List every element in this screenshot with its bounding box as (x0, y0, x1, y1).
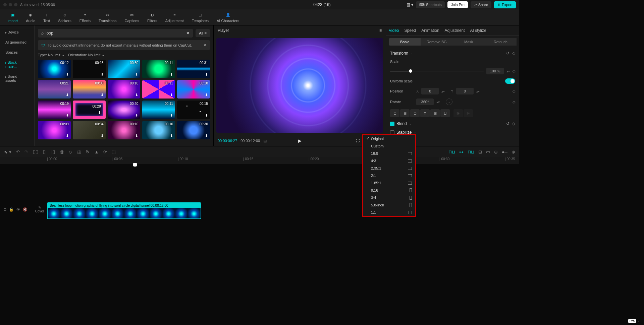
pointer-tool[interactable]: ⬉ ▾ (4, 149, 11, 154)
align-top[interactable]: ⊓ (420, 109, 430, 117)
rotate-dial-icon[interactable]: • (446, 99, 452, 105)
media-thumb[interactable]: 00:30⬇ (177, 121, 210, 139)
zoom-in-tool[interactable]: ⊕ (512, 149, 515, 154)
ratio-option[interactable]: 4:3 (363, 157, 415, 165)
ratio-option[interactable]: 16:9 (363, 150, 415, 157)
download-icon[interactable]: ⬇ (66, 113, 69, 118)
sidebar-device[interactable]: Device (2, 27, 32, 37)
subtab-basic[interactable]: Basic (389, 38, 421, 46)
subtitle-tool[interactable]: ▭ (486, 149, 490, 154)
rotate-tool[interactable]: ⟳ (103, 149, 107, 154)
clear-search-icon[interactable]: ✕ (186, 31, 190, 36)
ratio-option[interactable]: 3:4 (363, 194, 415, 201)
media-thumb[interactable]: 00:10⬇ (108, 121, 141, 139)
preview-tool[interactable]: ⊟ (478, 149, 482, 154)
maximize-window[interactable] (14, 3, 17, 6)
download-icon[interactable]: ⬇ (101, 134, 104, 138)
ratio-option[interactable]: 2.35:1 (363, 165, 415, 172)
keyframe-icon[interactable]: ◇ (513, 100, 515, 104)
keyframe-icon[interactable]: ◇ (512, 121, 515, 126)
search-input[interactable] (46, 31, 184, 36)
redo-button[interactable]: ↷ (24, 149, 28, 154)
media-thumb[interactable]: 00:09⬇ (38, 121, 71, 139)
share-button[interactable]: ↗ Share (471, 1, 491, 8)
media-thumb[interactable]: 00:20⬇ (108, 101, 141, 119)
align-center-h[interactable]: ⊟ (400, 109, 410, 117)
zoom-slider[interactable]: ●─ (502, 149, 507, 154)
download-icon[interactable]: ⬇ (205, 113, 208, 118)
ratio-option[interactable]: 9:16 (363, 187, 415, 194)
split-right-tool[interactable]: |⌷ (51, 149, 55, 154)
split-tool[interactable]: ⌷⌷ (33, 149, 38, 154)
ratio-option[interactable]: Custom (363, 142, 415, 150)
media-thumb[interactable]: 00:31⬇ (177, 60, 210, 78)
download-icon[interactable]: ⬇ (170, 93, 173, 97)
inspector-tab-animation[interactable]: Animation (421, 28, 439, 33)
align-left[interactable]: ⊏ (390, 109, 399, 117)
timeline-ruler[interactable]: | 00:00| 00:05| 00:10| 00:15| 00:20| 00:… (0, 157, 519, 164)
media-thumb[interactable]: 00:11⬇ (142, 80, 175, 99)
delete-tool[interactable]: 🗑 (60, 149, 64, 154)
media-thumb[interactable]: 00:34⬇ (73, 121, 106, 139)
subtab-mask[interactable]: Mask (453, 38, 485, 46)
keyframe-icon[interactable]: ◇ (513, 69, 515, 73)
media-thumb[interactable]: 00:12⬇ (38, 60, 71, 78)
media-thumb[interactable]: 00:15⬇ (73, 60, 106, 78)
tl-eye-icon[interactable]: 👁 (16, 207, 20, 212)
inspector-tab-speed[interactable]: Speed (404, 28, 416, 33)
subtab-remove-bg[interactable]: Remove BG (421, 38, 452, 46)
reset-icon[interactable]: ↺ (506, 51, 509, 56)
media-thumb[interactable]: 00:15⬇ (177, 101, 210, 119)
tab-audio[interactable]: ◉ Audio (22, 11, 39, 24)
download-icon[interactable]: ⬇ (170, 134, 173, 138)
download-icon[interactable]: ⬇ (205, 134, 208, 138)
chevron-down-icon[interactable]: ⌄ (414, 131, 416, 134)
media-thumb[interactable]: 00:30⬇ (108, 60, 141, 78)
layout-icon[interactable]: ▥ ▾ (407, 2, 413, 7)
scale-slider[interactable] (390, 71, 484, 71)
tab-effects[interactable]: ✦ Effects (75, 11, 95, 24)
download-icon[interactable]: ⬇ (98, 111, 101, 115)
blend-section[interactable]: Blend ⌄ ↺ ◇ (390, 121, 515, 126)
download-icon[interactable]: ⬇ (101, 72, 104, 77)
download-icon[interactable]: ⬇ (135, 72, 138, 77)
position-y-input[interactable]: 0 (456, 88, 474, 94)
tl-lock-icon[interactable]: 🔒 (9, 207, 14, 212)
all-filter-button[interactable]: All ≡ (196, 29, 210, 37)
player-viewport[interactable] (216, 38, 383, 133)
ratio-option[interactable]: 1.85:1 (363, 179, 415, 187)
zoom-out-tool[interactable]: ⊖ (494, 149, 498, 154)
link-tool[interactable]: ⊶ (459, 149, 464, 154)
distribute-v[interactable]: ⊫ (464, 109, 473, 117)
download-icon[interactable]: ⬇ (205, 72, 208, 77)
timeline-clip[interactable]: Seamless loop motion graphic of flying i… (47, 202, 201, 219)
sidebar-stock-materials[interactable]: Stock mate... (2, 58, 32, 71)
close-window[interactable] (3, 3, 7, 6)
tab-adjustment[interactable]: ≡ Adjustment (161, 11, 188, 24)
download-icon[interactable]: ⬇ (170, 113, 173, 118)
export-button[interactable]: ⬆ Export (494, 1, 516, 8)
download-icon[interactable]: ⬇ (66, 93, 69, 97)
download-icon[interactable]: ⬇ (170, 72, 173, 77)
diamond-tool[interactable]: ◇ (69, 149, 72, 154)
tab-templates[interactable]: ▢ Templates (188, 11, 213, 24)
copy-tool[interactable]: ⿻ (77, 149, 81, 154)
align-right[interactable]: ⊐ (410, 109, 420, 117)
media-thumb[interactable]: 00:11⬇ (142, 60, 175, 78)
scale-value[interactable]: 100 % (486, 68, 504, 74)
media-thumb[interactable]: 00:28⬇ (73, 101, 106, 119)
crop-preview-icon[interactable]: ⛶ (356, 139, 360, 143)
inspector-tab-adjustment[interactable]: Adjustment (445, 28, 465, 33)
download-icon[interactable]: ⬇ (66, 72, 69, 77)
tl-settings-icon[interactable]: ⊡ (3, 207, 6, 212)
ratio-option[interactable]: 2:1 (363, 172, 415, 179)
distribute-h[interactable]: ⊪ (453, 109, 463, 117)
media-thumb[interactable]: 00:21⬇ (38, 80, 71, 99)
minimize-window[interactable] (9, 3, 12, 6)
crop-tool[interactable]: ⬚ (112, 149, 116, 154)
reverse-tool[interactable]: ↻ (86, 149, 90, 154)
player-menu-icon[interactable]: ≡ (379, 28, 382, 33)
tab-stickers[interactable]: ☺ Stickers (54, 11, 75, 24)
chevron-down-icon[interactable]: ⌄ (410, 52, 413, 55)
blend-checkbox[interactable] (390, 122, 394, 126)
